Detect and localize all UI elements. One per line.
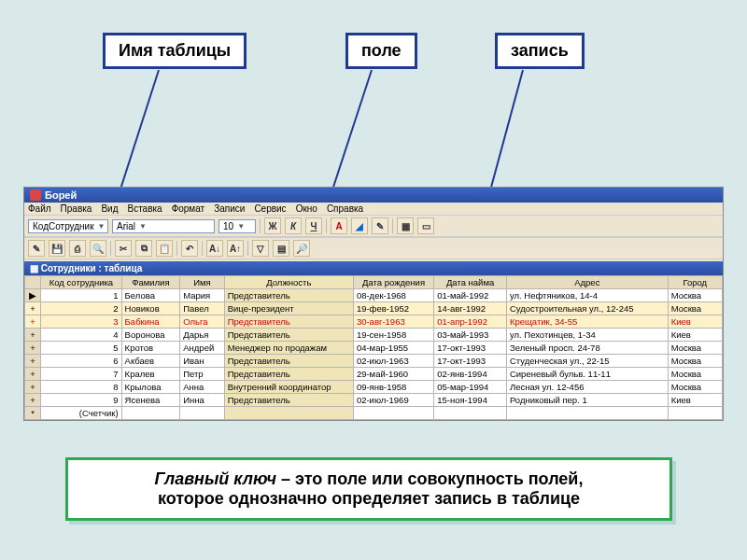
cell[interactable]: Кралев	[121, 368, 180, 381]
cell[interactable]	[353, 407, 433, 420]
cell[interactable]: Бабкина	[121, 315, 180, 329]
cell[interactable]: +	[25, 315, 41, 329]
cut-button[interactable]: ✂	[115, 240, 132, 257]
table-row[interactable]: +4ВороноваДарьяПредставитель19-сен-19580…	[25, 329, 723, 342]
menu-edit[interactable]: Правка	[61, 203, 92, 214]
table-row[interactable]: +8КрыловаАннаВнутренний координатор09-ян…	[25, 381, 723, 394]
cell[interactable]: Зеленый просп. 24-78	[506, 342, 668, 355]
table-row[interactable]: +9ЯсеневаИннаПредставитель02-июл-196915-…	[25, 394, 723, 407]
cell[interactable]: 04-мар-1955	[353, 342, 433, 355]
table-row[interactable]: *(Счетчик)	[25, 407, 723, 420]
cell[interactable]: Павел	[180, 302, 224, 315]
cell[interactable]: Дарья	[180, 329, 224, 342]
cell[interactable]: Представитель	[224, 315, 353, 329]
border-button[interactable]: ▭	[417, 217, 434, 234]
cell[interactable]: Акбаев	[121, 355, 180, 368]
cell[interactable]: Москва	[668, 381, 722, 394]
cell[interactable]: Киев	[668, 394, 722, 407]
menu-service[interactable]: Сервис	[254, 203, 286, 214]
cell[interactable]: Вице-президент	[224, 302, 353, 315]
cell[interactable]: 03-май-1993	[434, 329, 507, 342]
cell[interactable]: 02-июл-1969	[353, 394, 433, 407]
cell[interactable]: 30-авг-1963	[353, 315, 433, 329]
cell[interactable]	[668, 407, 722, 420]
table-row[interactable]: +6АкбаевИванПредставитель02-июл-196317-о…	[25, 355, 723, 368]
cell[interactable]: 19-сен-1958	[353, 329, 433, 342]
col-surname[interactable]: Фамилия	[121, 276, 180, 289]
cell[interactable]: 05-мар-1994	[434, 381, 507, 394]
cell[interactable]: 02-янв-1994	[434, 368, 507, 381]
cell[interactable]	[506, 407, 668, 420]
table-row[interactable]: +3БабкинаОльгаПредставитель30-авг-196301…	[25, 315, 723, 329]
cell[interactable]: 2	[41, 302, 121, 315]
menu-help[interactable]: Справка	[327, 203, 363, 214]
cell[interactable]: Крещатик, 34-55	[506, 315, 668, 329]
col-position[interactable]: Должность	[224, 276, 353, 289]
cell[interactable]: (Счетчик)	[41, 407, 121, 420]
menu-records[interactable]: Записи	[214, 203, 245, 214]
col-hire[interactable]: Дата найма	[434, 276, 507, 289]
paste-button[interactable]: 📋	[156, 240, 173, 257]
cell[interactable]: Внутренний координатор	[224, 381, 353, 394]
table-row[interactable]: +5КротовАндрейМенеджер по продажам04-мар…	[25, 342, 723, 355]
cell[interactable]: 7	[41, 368, 121, 381]
cell[interactable]: Киев	[668, 315, 722, 329]
data-grid[interactable]: Код сотрудника Фамилия Имя Должность Дат…	[24, 275, 723, 420]
cell[interactable]: Представитель	[224, 394, 353, 407]
cell[interactable]: Судостроительная ул., 12-245	[506, 302, 668, 315]
cell[interactable]: 3	[41, 315, 121, 329]
bold-button[interactable]: Ж	[264, 217, 281, 234]
cell[interactable]: Инна	[180, 394, 224, 407]
cell[interactable]: Родниковый пер. 1	[506, 394, 668, 407]
col-name[interactable]: Имя	[180, 276, 224, 289]
cell[interactable]	[224, 407, 353, 420]
size-combo[interactable]: 10 ▼	[218, 219, 256, 233]
cell[interactable]: 4	[41, 329, 121, 342]
cell[interactable]: 9	[41, 394, 121, 407]
cell[interactable]: +	[25, 368, 41, 381]
italic-button[interactable]: К	[285, 217, 302, 234]
font-color-button[interactable]: A	[331, 217, 347, 234]
cell[interactable]: +	[25, 329, 41, 342]
cell[interactable]: 08-дек-1968	[353, 289, 433, 302]
table-row[interactable]: ▶1БеловаМарияПредставитель08-дек-196801-…	[25, 289, 723, 302]
cell[interactable]: Ольга	[180, 315, 224, 329]
sort-asc-button[interactable]: A↓	[206, 240, 223, 257]
cell[interactable]: 19-фев-1952	[353, 302, 433, 315]
cell[interactable]: 6	[41, 355, 121, 368]
cell[interactable]: Москва	[668, 289, 722, 302]
col-dob[interactable]: Дата рождения	[353, 276, 433, 289]
cell[interactable]: Новиков	[121, 302, 180, 315]
find-button[interactable]: 🔎	[293, 240, 310, 257]
cell[interactable]	[121, 407, 180, 420]
cell[interactable]: Ясенева	[121, 394, 180, 407]
cell[interactable]: Студенческая ул., 22-15	[506, 355, 668, 368]
col-selector[interactable]	[25, 276, 41, 289]
cell[interactable]: Представитель	[224, 355, 353, 368]
col-address[interactable]: Адрес	[506, 276, 668, 289]
cell[interactable]: Москва	[668, 302, 722, 315]
filter-form-button[interactable]: ▤	[273, 240, 289, 257]
field-combo[interactable]: КодСотрудник ▼	[28, 219, 108, 233]
cell[interactable]: *	[25, 407, 41, 420]
cell[interactable]	[434, 407, 507, 420]
cell[interactable]: 5	[41, 342, 121, 355]
underline-button[interactable]: Ч	[305, 217, 322, 234]
cell[interactable]: Москва	[668, 368, 722, 381]
menu-view[interactable]: Вид	[101, 203, 118, 214]
cell[interactable]: 17-окт-1993	[434, 355, 507, 368]
cell[interactable]: +	[25, 381, 41, 394]
cell[interactable]: Крылова	[121, 381, 180, 394]
cell[interactable]: 02-июл-1963	[353, 355, 433, 368]
cell[interactable]: Мария	[180, 289, 224, 302]
cell[interactable]: Представитель	[224, 368, 353, 381]
cell[interactable]: +	[25, 302, 41, 315]
cell[interactable]: +	[25, 394, 41, 407]
cell[interactable]: Представитель	[224, 329, 353, 342]
cell[interactable]: ул. Нефтяников, 14-4	[506, 289, 668, 302]
cell[interactable]: Представитель	[224, 289, 353, 302]
cell[interactable]: 14-авг-1992	[434, 302, 507, 315]
save-button[interactable]: 💾	[49, 240, 65, 257]
cell[interactable]: Сиреневый бульв. 11-11	[506, 368, 668, 381]
cell[interactable]: 15-ноя-1994	[434, 394, 507, 407]
